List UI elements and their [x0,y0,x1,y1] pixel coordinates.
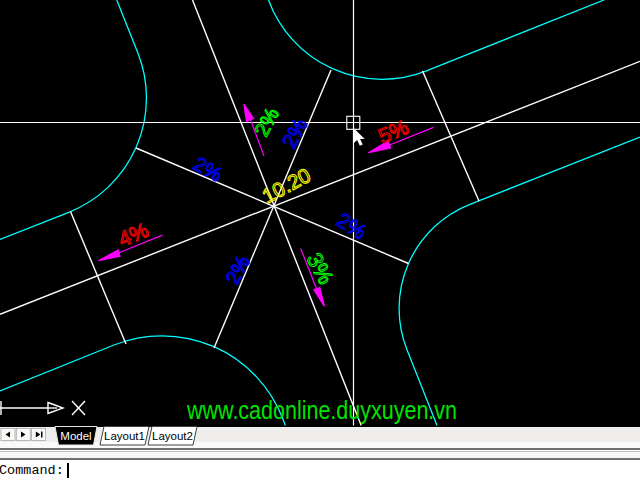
svg-text:Model: Model [60,430,91,442]
svg-text:Command:: Command: [0,463,64,478]
svg-text:www.cadonline.duyxuyen.vn: www.cadonline.duyxuyen.vn [186,395,457,425]
svg-text:Layout2: Layout2 [152,430,193,442]
svg-text:Layout1: Layout1 [104,430,145,442]
